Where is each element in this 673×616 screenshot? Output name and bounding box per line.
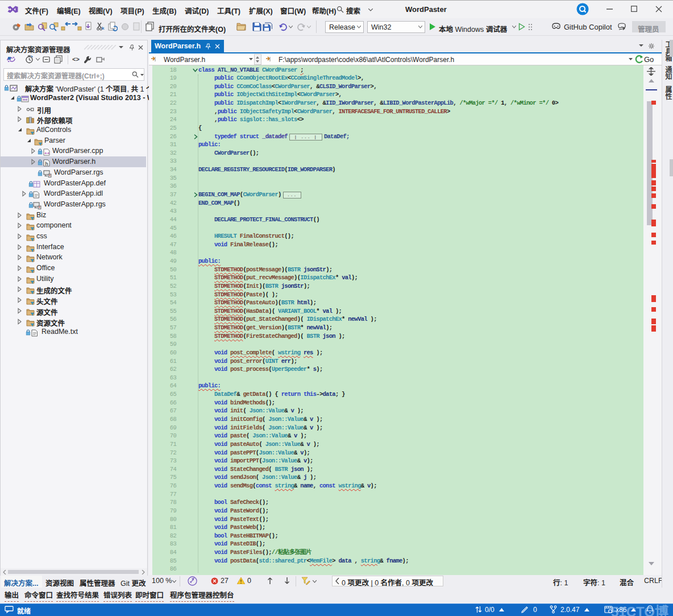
- svg-text:h: h: [45, 161, 48, 167]
- svg-text:++: ++: [44, 151, 50, 156]
- svg-text:k: k: [102, 26, 105, 31]
- svg-text:++: ++: [23, 98, 27, 102]
